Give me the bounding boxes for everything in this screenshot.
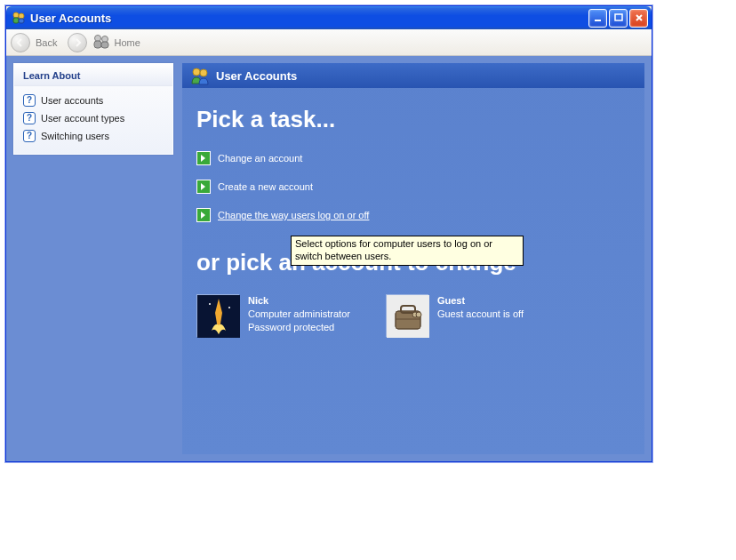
task-change-account[interactable]: Change an account [196,151,630,165]
account-avatar [196,294,239,337]
arrow-right-icon [196,180,211,194]
svg-rect-1 [13,18,19,23]
account-name: Nick [248,294,350,308]
titlebar: User Accounts [6,6,652,29]
back-label[interactable]: Back [36,37,57,48]
learn-item-switching-users[interactable]: ? Switching users [23,127,164,145]
back-button[interactable] [11,33,30,52]
users-app-icon [12,11,26,25]
minimize-button[interactable] [588,9,607,28]
home-button[interactable]: Home [92,34,145,52]
svg-point-14 [228,307,230,308]
task-label: Change an account [218,153,302,164]
main-header-title: User Accounts [216,69,297,83]
svg-point-21 [416,312,421,317]
help-icon: ? [23,112,36,124]
sidebar: Learn About ? User accounts ? User accou… [13,63,173,454]
svg-rect-19 [396,318,420,320]
home-label: Home [114,37,140,48]
task-create-account[interactable]: Create a new account [196,180,630,194]
home-users-icon [92,34,110,52]
account-role: Computer administrator [248,308,350,321]
svg-rect-4 [595,20,601,21]
svg-rect-7 [94,41,101,48]
window-title: User Accounts [30,12,587,25]
task-change-logon[interactable]: Change the way users log on or off [196,208,630,222]
main-header: User Accounts [182,63,644,88]
users-header-icon [189,66,209,85]
tooltip: Select options for computer users to log… [291,236,524,266]
forward-button[interactable] [68,33,87,52]
task-label: Create a new account [218,181,313,192]
svg-rect-3 [19,19,24,23]
account-status: Guest account is off [437,308,524,321]
learn-item-user-accounts[interactable]: ? User accounts [23,92,164,109]
pick-task-heading: Pick a task... [196,106,630,133]
svg-point-2 [19,13,24,19]
content-frame: Learn About ? User accounts ? User accou… [6,56,652,461]
learn-item-label: User accounts [41,95,103,106]
help-icon: ? [23,94,36,107]
svg-point-13 [209,303,211,305]
svg-point-6 [95,35,101,41]
account-avatar [386,294,428,337]
account-nick[interactable]: Nick Computer administrator Password pro… [196,294,350,337]
nav-toolbar: Back Home [6,29,652,56]
svg-point-0 [13,12,19,18]
svg-point-10 [193,68,200,76]
panel-title: Learn About [14,64,172,86]
account-name: Guest [437,294,524,308]
account-guest[interactable]: Guest Guest account is off [386,294,524,337]
svg-rect-5 [615,14,622,20]
learn-item-label: Switching users [41,131,109,141]
learn-about-panel: Learn About ? User accounts ? User accou… [13,63,173,155]
main-content: Pick a task... Change an account Create … [182,88,644,351]
help-icon: ? [23,130,36,142]
account-status: Password protected [248,321,350,334]
learn-item-account-types[interactable]: ? User account types [23,109,164,127]
svg-rect-9 [101,42,108,48]
learn-item-label: User account types [41,113,124,124]
user-accounts-window: User Accounts Back [5,5,652,462]
svg-point-8 [102,36,108,42]
arrow-right-icon [196,151,211,165]
maximize-button[interactable] [609,9,628,28]
main-panel: User Accounts Pick a task... Change an a… [182,63,644,454]
task-label: Change the way users log on or off [218,210,369,220]
svg-point-11 [200,69,207,76]
arrow-right-icon [196,208,211,222]
close-button[interactable] [629,9,648,28]
